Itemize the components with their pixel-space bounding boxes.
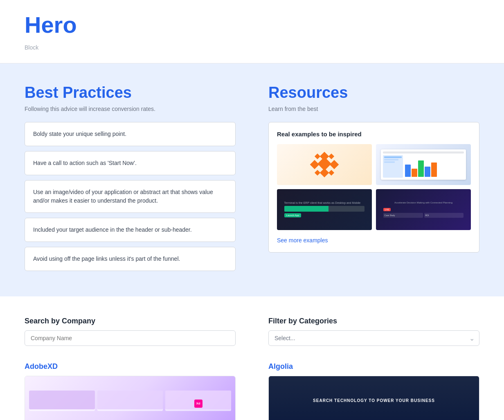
company-card-adobexd[interactable]: Xd <box>25 376 236 420</box>
algolia-title-text: SEARCH TECHNOLOGY TO POWER YOUR BUSINESS <box>313 398 435 403</box>
algolia-text-mock: SEARCH TECHNOLOGY TO POWER YOUR BUSINESS <box>313 398 435 403</box>
resource-image-1[interactable] <box>277 144 372 185</box>
see-more-link[interactable]: See more examples <box>277 237 328 244</box>
resources-column: Resources Learn from the best Real examp… <box>268 84 479 276</box>
resource-image-4[interactable]: Accelerate Decision Making with Connecte… <box>376 189 471 230</box>
company-image-algolia: SEARCH TECHNOLOGY TO POWER YOUR BUSINESS <box>269 376 479 420</box>
hero-title: Hero <box>25 12 479 38</box>
company-col-adobexd: AdobeXD Xd <box>25 362 236 420</box>
practice-item-4: Included your target audience in the the… <box>25 218 236 242</box>
search-column: Search by Company <box>25 317 236 346</box>
practice-item-1: Boldy state your unique selling point. <box>25 122 236 146</box>
mid-section: Best Practices Following this advice wil… <box>0 63 504 296</box>
practice-item-3: Use an image/video of your application o… <box>25 180 236 213</box>
practice-item-2: Have a call to action such as 'Start Now… <box>25 151 236 175</box>
companies-row: AdobeXD Xd <box>25 362 479 420</box>
company-col-algolia: Algolia SEARCH TECHNOLOGY TO POWER YOUR … <box>268 362 479 420</box>
search-filter-row: Search by Company Filter by Categories S… <box>25 317 479 346</box>
search-section: Search by Company Filter by Categories S… <box>0 296 504 420</box>
resources-card-title: Real examples to be inspired <box>277 131 471 138</box>
practice-item-5: Avoid using off the page links unless it… <box>25 247 236 271</box>
search-input[interactable] <box>25 330 236 346</box>
company-title-algolia[interactable]: Algolia <box>268 362 479 371</box>
adobexd-grid: Xd <box>25 386 235 415</box>
filter-column: Filter by Categories Select... ⌄ <box>268 317 479 346</box>
resource-image-3[interactable]: Terminal is the ERP client that works as… <box>277 189 372 230</box>
resources-images-grid: Terminal is the ERP client that works as… <box>277 144 471 230</box>
resource-image-2[interactable] <box>376 144 471 185</box>
filter-label: Filter by Categories <box>268 317 479 325</box>
company-card-algolia[interactable]: SEARCH TECHNOLOGY TO POWER YOUR BUSINESS <box>268 376 479 420</box>
best-practices-description: Following this advice will increase conv… <box>25 106 236 112</box>
hero-section: Hero Block <box>0 0 504 63</box>
resources-description: Learn from the best <box>268 106 479 112</box>
hero-subtitle: Block <box>25 44 479 51</box>
search-label: Search by Company <box>25 317 236 325</box>
adobexd-card-2 <box>97 391 163 411</box>
resources-title: Resources <box>268 84 479 102</box>
resources-card: Real examples to be inspired <box>268 122 479 253</box>
filter-select[interactable]: Select... <box>268 330 479 346</box>
best-practices-title: Best Practices <box>25 84 236 102</box>
adobexd-logo: Xd <box>194 400 202 408</box>
filter-select-wrapper: Select... ⌄ <box>268 330 479 346</box>
adobexd-card-3: Xd <box>165 391 231 411</box>
best-practices-column: Best Practices Following this advice wil… <box>25 84 236 276</box>
company-title-adobexd[interactable]: AdobeXD <box>25 362 236 371</box>
company-image-adobexd: Xd <box>25 376 235 420</box>
adobexd-card-1 <box>29 391 95 411</box>
